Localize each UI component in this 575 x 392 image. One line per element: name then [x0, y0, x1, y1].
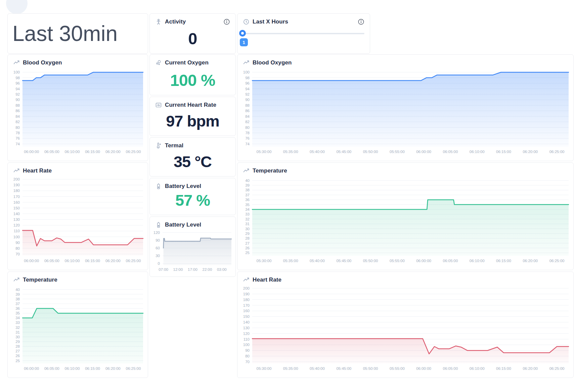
svg-text:06:15:00: 06:15:00: [85, 366, 100, 371]
svg-text:94: 94: [15, 87, 20, 91]
termal-value: 35 °C: [150, 152, 235, 176]
svg-text:82: 82: [245, 120, 250, 124]
person-icon: [155, 18, 162, 25]
svg-text:100: 100: [13, 235, 20, 239]
svg-text:200: 200: [243, 286, 250, 290]
svg-text:06:20:00: 06:20:00: [523, 150, 538, 154]
svg-text:17:00: 17:00: [188, 267, 197, 272]
battery-level-card: Battery Level 57 %: [149, 178, 236, 215]
svg-text:32: 32: [15, 326, 20, 330]
chart-title: Blood Oxygen: [23, 59, 62, 66]
svg-text:05:45:00: 05:45:00: [336, 150, 351, 154]
svg-text:86: 86: [15, 109, 20, 113]
current-heart-rate-card: Current Heart Rate 97 bpm: [149, 97, 236, 136]
svg-text:130: 130: [13, 217, 20, 222]
slider-track[interactable]: [242, 33, 364, 34]
svg-text:0: 0: [158, 261, 160, 265]
svg-text:06:15:00: 06:15:00: [496, 150, 511, 154]
chart-title: Heart Rate: [23, 167, 52, 174]
current-oxygen-value: 100 %: [150, 71, 235, 95]
activity-label: Activity: [165, 18, 186, 25]
svg-text:06:10:00: 06:10:00: [470, 366, 485, 371]
svg-text:03:00: 03:00: [217, 267, 227, 272]
svg-text:150: 150: [243, 314, 250, 318]
temperature-30min-chart: 4039383736353433323130292827262506:00:00…: [8, 285, 148, 372]
heart-rate-hours-card: Heart Rate 20019018017016015014013012011…: [237, 272, 574, 378]
svg-text:35: 35: [15, 311, 20, 315]
svg-text:05:55:00: 05:55:00: [390, 259, 405, 263]
svg-text:29: 29: [245, 232, 250, 236]
svg-text:76: 76: [245, 136, 250, 140]
svg-text:130: 130: [243, 326, 250, 330]
svg-text:06:25:00: 06:25:00: [549, 150, 565, 154]
line-chart-icon: [243, 277, 250, 283]
svg-text:05:30:00: 05:30:00: [257, 366, 272, 371]
activity-card: Activity 0: [149, 13, 236, 54]
svg-text:33: 33: [15, 321, 20, 325]
svg-text:06:20:00: 06:20:00: [105, 259, 121, 263]
battery-level-label: Battery Level: [165, 183, 201, 190]
svg-text:27: 27: [245, 241, 250, 245]
pulse-monitor-icon: [155, 102, 162, 108]
svg-text:05:40:00: 05:40:00: [310, 366, 325, 371]
svg-text:06:20:00: 06:20:00: [105, 366, 121, 371]
svg-text:06:20:00: 06:20:00: [523, 366, 538, 371]
svg-text:120: 120: [243, 332, 250, 336]
svg-text:90: 90: [15, 98, 20, 102]
svg-text:06:05:00: 06:05:00: [443, 150, 458, 154]
blood-oxygen-30min-chart: 1009896949290888684828078767406:00:0006:…: [8, 67, 148, 155]
svg-text:30: 30: [15, 335, 20, 339]
svg-text:06:10:00: 06:10:00: [65, 150, 80, 154]
chart-title: Heart Rate: [253, 277, 281, 283]
info-icon[interactable]: [358, 18, 364, 25]
clock-icon: [243, 18, 250, 25]
svg-text:05:35:00: 05:35:00: [283, 366, 298, 371]
info-icon[interactable]: [223, 18, 230, 25]
svg-text:05:45:00: 05:45:00: [336, 366, 351, 371]
line-chart-icon: [13, 59, 20, 66]
svg-text:05:50:00: 05:50:00: [363, 259, 378, 263]
svg-text:190: 190: [13, 183, 20, 187]
svg-text:06:10:00: 06:10:00: [65, 366, 80, 371]
svg-text:96: 96: [245, 81, 250, 85]
svg-text:82: 82: [15, 120, 20, 124]
svg-text:05:40:00: 05:40:00: [310, 259, 325, 263]
svg-text:86: 86: [245, 109, 250, 113]
svg-text:33: 33: [245, 212, 250, 216]
svg-text:120: 120: [153, 231, 160, 235]
svg-text:06:25:00: 06:25:00: [126, 259, 141, 263]
svg-text:88: 88: [15, 103, 20, 107]
svg-text:38: 38: [245, 188, 250, 192]
svg-text:36: 36: [245, 198, 250, 202]
chart-title: Blood Oxygen: [253, 59, 292, 66]
svg-text:76: 76: [15, 136, 20, 140]
svg-text:34: 34: [245, 207, 250, 211]
svg-text:70: 70: [245, 360, 250, 364]
current-oxygen-card: Current Oxygen 100 %: [149, 54, 236, 95]
svg-text:06:05:00: 06:05:00: [443, 259, 458, 263]
current-heart-rate-label: Current Heart Rate: [165, 102, 216, 108]
svg-text:06:20:00: 06:20:00: [105, 150, 121, 154]
svg-text:74: 74: [245, 142, 250, 146]
temperature-hours-chart: 4039383736353433323130292827262505:30:00…: [237, 176, 573, 264]
svg-text:06:20:00: 06:20:00: [523, 259, 538, 263]
termal-card: Termal 35 °C: [149, 137, 236, 177]
svg-text:06:10:00: 06:10:00: [470, 150, 485, 154]
current-oxygen-label: Current Oxygen: [165, 59, 209, 66]
svg-text:05:35:00: 05:35:00: [283, 259, 298, 263]
svg-text:28: 28: [15, 344, 20, 348]
svg-text:38: 38: [15, 297, 20, 301]
slider-handle[interactable]: [239, 30, 246, 37]
svg-text:96: 96: [15, 81, 20, 85]
svg-text:92: 92: [245, 92, 250, 96]
svg-text:100: 100: [243, 343, 250, 347]
svg-text:120: 120: [13, 223, 20, 227]
svg-text:06:25:00: 06:25:00: [126, 366, 141, 371]
chart-title: Temperature: [253, 167, 287, 174]
dashboard-page: Last 30min Activity 0: [0, 0, 575, 392]
svg-text:98: 98: [245, 76, 250, 80]
battery-history-chart: 120906030007:0012:0017:0022:0003:00: [150, 230, 235, 273]
svg-text:180: 180: [13, 189, 20, 193]
svg-text:05:50:00: 05:50:00: [363, 150, 378, 154]
line-chart-icon: [243, 59, 250, 66]
